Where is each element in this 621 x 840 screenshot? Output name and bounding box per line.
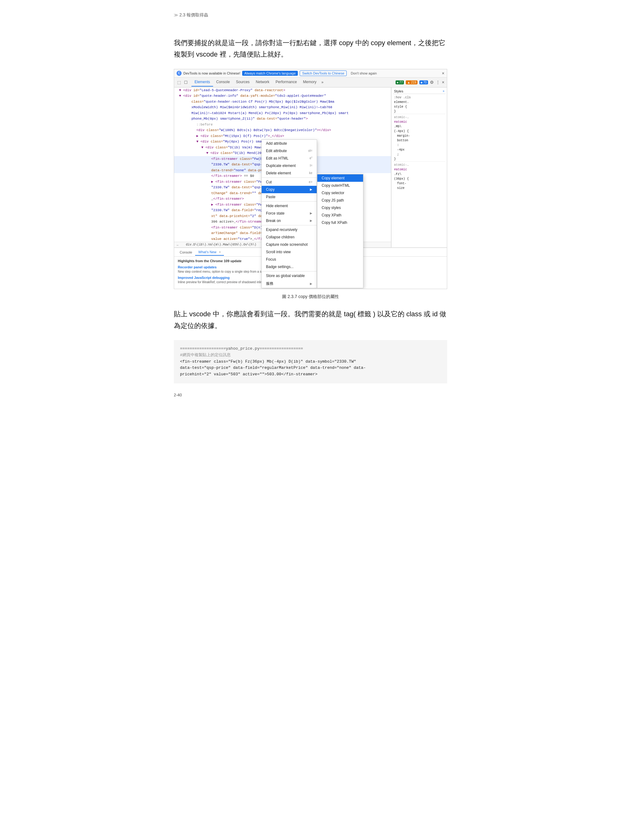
style-element-label2: style { — [393, 104, 446, 109]
html-line: ▼ <div id="Lead-5-QuoteHeader-Proxy" dat… — [174, 88, 391, 93]
html-line: phone_Mb(0px) smartphone_Z(11)" data-tes… — [174, 116, 391, 122]
devtools-notify-bar: C DevTools is now available in Chinese! … — [174, 69, 447, 77]
styles-more-icon[interactable]: » — [442, 89, 444, 93]
code-filename: ===================yahoo_price.py=======… — [180, 346, 303, 351]
style-atomic-comment: atomic-… — [393, 115, 446, 120]
breadcrumb: ≫ 2.3 報價取得蟲 — [174, 12, 447, 18]
submenu-copy-selector[interactable]: Copy selector — [317, 189, 363, 197]
tab-performance[interactable]: Performance — [273, 78, 300, 86]
tab-elements[interactable]: Elements — [191, 78, 213, 86]
style-fz-value: (36px) { — [393, 177, 446, 181]
styles-panel-header: Styles » — [393, 89, 446, 94]
tab-console-bottom[interactable]: Console — [177, 249, 195, 255]
ctx-break-arrow: ▶ — [310, 219, 312, 222]
settings-icon[interactable]: ⚙ — [430, 80, 434, 85]
ctx-scroll[interactable]: Scroll into view — [262, 248, 317, 256]
style-atomic-id: #atomic — [393, 120, 446, 124]
tab-network[interactable]: Network — [253, 78, 273, 86]
style-mb-close: } — [393, 157, 446, 161]
shortcut-text3: l= — [310, 164, 312, 167]
ctx-copy[interactable]: Copy ▶ — [262, 186, 317, 193]
ctx-force-state[interactable]: Force state ▶ — [262, 210, 317, 217]
inspect-icon[interactable]: ☐ — [183, 80, 188, 85]
html-line: ▶ <div class="Mt(15px) D(f) Pos(r)">_</d… — [174, 133, 391, 139]
ctx-break-on[interactable]: Break on ▶ — [262, 217, 317, 224]
ctx-force-arrow: ▶ — [310, 212, 312, 215]
styles-panel: Styles » :hov .cls element. style { } at… — [391, 88, 447, 248]
style-mb-semi: ; — [393, 152, 446, 157]
notify-message: DevTools is now available in Chinese! — [183, 71, 240, 75]
submenu-copy-xpath[interactable]: Copy XPath — [317, 212, 363, 219]
html-line: ▼ <div id="quote-header-info" data-yaft-… — [174, 93, 391, 99]
ctx-hide[interactable]: Hide element — [262, 202, 317, 210]
ctx-service-arrow: ▶ — [310, 282, 312, 285]
badge-issues-blue: ■ 70 — [420, 80, 428, 85]
ctx-capture-screenshot[interactable]: Capture node screenshot — [262, 241, 317, 248]
match-language-button[interactable]: Always match Chrome's language — [242, 71, 298, 76]
ctx-global-var[interactable]: Store as global variable — [262, 272, 317, 280]
close-whats-new-icon[interactable]: × — [219, 250, 221, 254]
style-state-filter[interactable]: :hov .cls — [393, 95, 446, 100]
submenu-copy-outerhtml[interactable]: Copy outerHTML — [317, 182, 363, 189]
tab-console[interactable]: Console — [213, 78, 233, 86]
submenu-copy-element[interactable]: Copy element — [317, 174, 363, 182]
ctx-expand[interactable]: Expand recursively — [262, 226, 317, 233]
html-line: ::before — [174, 122, 391, 128]
devtools-tab-bar: ⬚ ☐ Elements Console Sources Network Per… — [174, 77, 447, 88]
shortcut-text: ol= — [308, 149, 312, 153]
ctx-paste[interactable]: Paste — [262, 193, 317, 201]
code-comment: #網頁中複製貼上的定位訊息 — [180, 353, 231, 357]
ctx-add-attribute[interactable]: Add attribute — [262, 140, 317, 147]
chrome-logo-icon: C — [177, 71, 182, 76]
ctx-delete[interactable]: Delete element ke — [262, 170, 317, 177]
figure-caption: 圖 2.3.7 copy 價格部位的屬性 — [174, 294, 447, 300]
style-close-brace: } — [393, 109, 446, 114]
dont-show-button[interactable]: Don't show again — [348, 71, 379, 76]
code-block: ===================yahoo_price.py=======… — [174, 340, 447, 383]
more-options-icon[interactable]: ⋮ — [436, 80, 440, 85]
ctx-focus[interactable]: Focus — [262, 256, 317, 263]
style-atomic-comment2: atomic-… — [393, 163, 446, 167]
style-fz-class: .Fz\ — [393, 172, 446, 177]
tab-memory[interactable]: Memory — [300, 78, 320, 86]
tab-more[interactable]: » — [320, 79, 325, 86]
context-menu-overlay: Add attribute Edit attribute ol= Edit as… — [261, 139, 364, 288]
style-mb-prop2: botton — [393, 138, 446, 143]
html-line: class="quote-header-section Cf Pos(r) Mb… — [174, 99, 391, 105]
ctx-copy-arrow: ▶ — [310, 188, 312, 191]
style-fz-prop: font- — [393, 181, 446, 186]
submenu-copy-full-xpath[interactable]: Copy full XPath — [317, 219, 363, 226]
ctx-edit-html[interactable]: Edit as HTML e" — [262, 154, 317, 162]
style-mb-prop: margin- — [393, 133, 446, 138]
copy-submenu: Copy element Copy outerHTML Copy selecto… — [317, 174, 364, 288]
style-element-label: element. — [393, 100, 446, 104]
ctx-duplicate[interactable]: Duplicate element l= — [262, 162, 317, 170]
shortcut-text2: e" — [310, 156, 312, 160]
devtools-screenshot: C DevTools is now available in Chinese! … — [174, 69, 447, 289]
tab-sources[interactable]: Sources — [233, 78, 253, 86]
close-devtools-icon[interactable]: × — [442, 80, 444, 85]
tab-whats-new[interactable]: What's New × — [195, 249, 224, 256]
ctx-badge-settings[interactable]: Badge settings... — [262, 263, 317, 271]
submenu-copy-jspath[interactable]: Copy JS path — [317, 197, 363, 204]
submenu-copy-styles[interactable]: Copy styles — [317, 204, 363, 212]
html-line: <div class="W(100%) Bdts(s) Bdtw(7px) Bd… — [174, 127, 391, 133]
ctx-cut[interactable]: Cut e> — [262, 179, 317, 186]
style-mb-val: -4px — [393, 147, 446, 152]
ctx-service[interactable]: 服務 ▶ — [262, 280, 317, 288]
cursor-icon[interactable]: ⬚ — [177, 80, 182, 85]
html-line: Miw(ini)!—tab1024 Mstart(a) Mend(a) Px(2… — [174, 110, 391, 116]
style-mb-colon: : — [393, 143, 446, 147]
style-fz-prop2: size — [393, 186, 446, 191]
badge-issues-yellow: ▲ 219 — [406, 80, 417, 85]
ctx-edit-attribute[interactable]: Edit attribute ol= — [262, 147, 317, 154]
badge-issues-green: ● 77 — [395, 80, 404, 85]
code-content: <fin-streamer class="Fw(b) Fz(36px) Mb(-… — [180, 359, 366, 377]
switch-chinese-button[interactable]: Switch DevTools to Chinese — [300, 71, 347, 76]
shortcut-text5: e> — [309, 180, 312, 184]
close-notify-icon[interactable]: × — [442, 71, 444, 76]
main-paragraph: 我們要捕捉的就是這一段，請你對這一行點右鍵，選擇 copy 中的 copy el… — [174, 37, 447, 60]
style-mb-class: .Mb\ — [393, 124, 446, 129]
ctx-collapse[interactable]: Collapse children — [262, 233, 317, 241]
body-text-2: 貼上 vscode 中，你應該會看到這一段。我們需要的就是 tag( 標籤 ) … — [174, 308, 447, 331]
